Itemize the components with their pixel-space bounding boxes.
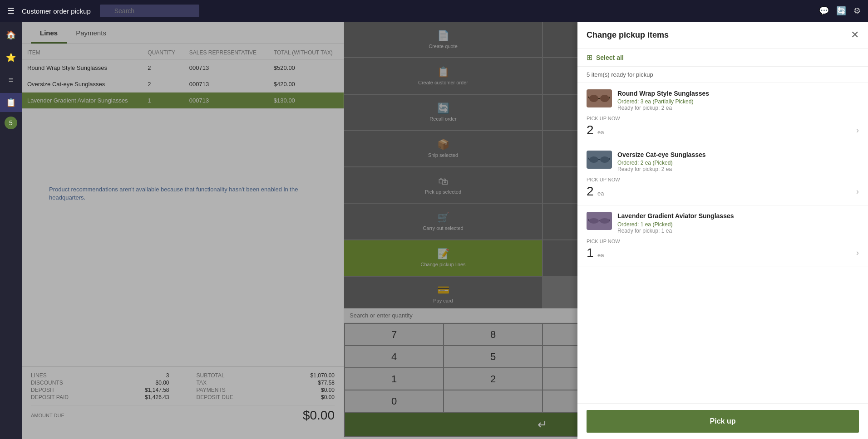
chat-icon[interactable]: 💬 (819, 6, 829, 16)
pick-up-now-label: PICK UP NOW (587, 239, 859, 244)
svg-line-4 (609, 97, 610, 98)
pickup-qty-row: 2 ea › (587, 184, 859, 199)
pickup-count: 5 item(s) ready for pickup (577, 67, 868, 83)
svg-point-10 (589, 218, 599, 224)
pickup-quantity: 2 (587, 123, 594, 137)
pickup-chevron[interactable]: › (856, 248, 859, 258)
main-area: Lines Payments ITEM QUANTITY SALES REPRE… (22, 22, 868, 439)
select-all-label: Select all (596, 54, 624, 61)
menu-icon[interactable]: ☰ (7, 6, 15, 16)
sidebar-item-home[interactable]: 🏠 (0, 25, 22, 44)
svg-line-9 (609, 158, 610, 160)
topbar-icons: 💬 🔄 ⚙ (819, 6, 861, 16)
select-all-icon: ⊞ (587, 53, 592, 62)
pickup-unit: ea (597, 252, 604, 259)
pickup-quantity: 2 (587, 184, 594, 198)
topbar: ☰ Customer order pickup 🔍 💬 🔄 ⚙ (0, 0, 868, 22)
overlay (22, 22, 577, 439)
item-ordered: Ordered: 1 ea (Picked) (617, 221, 859, 228)
svg-line-13 (588, 219, 589, 221)
svg-point-1 (600, 95, 609, 102)
pickup-chevron[interactable]: › (856, 126, 859, 135)
search-input[interactable] (100, 5, 199, 17)
page-title: Customer order pickup (22, 7, 91, 15)
pick-up-now-label: PICK UP NOW (587, 116, 859, 121)
pickup-unit: ea (597, 129, 604, 136)
item-image (587, 212, 612, 230)
pickup-chevron[interactable]: › (856, 187, 859, 196)
pickup-item: Round Wrap Style Sunglasses Ordered: 3 e… (577, 83, 868, 144)
pickup-panel: Change pickup items ✕ ⊞ Select all 5 ite… (577, 22, 868, 439)
pickup-qty-row: 2 ea › (587, 123, 859, 137)
pick-up-now-label: PICK UP NOW (587, 177, 859, 182)
sidebar: 🏠 ⭐ ≡ 📋 5 (0, 22, 22, 439)
item-ready: Ready for pickup: 2 ea (617, 105, 859, 111)
refresh-icon[interactable]: 🔄 (836, 6, 846, 16)
pickup-title: Change pickup items (587, 30, 669, 40)
sidebar-item-orders[interactable]: 📋 (0, 93, 22, 112)
item-name: Lavender Gradient Aviator Sunglasses (617, 212, 859, 220)
svg-line-14 (610, 219, 610, 221)
pickup-item: Lavender Gradient Aviator Sunglasses Ord… (577, 205, 868, 267)
item-name: Round Wrap Style Sunglasses (617, 89, 859, 98)
sidebar-item-favorites[interactable]: ⭐ (0, 48, 22, 67)
svg-line-3 (588, 97, 589, 98)
svg-point-6 (600, 156, 609, 163)
pickup-quantity: 1 (587, 246, 594, 260)
item-image (587, 151, 612, 169)
svg-point-11 (600, 218, 610, 224)
svg-point-5 (589, 156, 598, 163)
item-ordered: Ordered: 3 ea (Partially Picked) (617, 98, 859, 105)
pickup-items: Round Wrap Style Sunglasses Ordered: 3 e… (577, 83, 868, 403)
svg-line-8 (588, 158, 589, 160)
search-wrap: 🔍 (100, 5, 327, 17)
item-name: Oversize Cat-eye Sunglasses (617, 151, 859, 159)
pickup-btn[interactable]: Pick up (587, 410, 859, 433)
pickup-footer: Pick up (577, 403, 868, 439)
pickup-close-btn[interactable]: ✕ (851, 29, 859, 41)
pickup-item: Oversize Cat-eye Sunglasses Ordered: 2 e… (577, 144, 868, 205)
settings-icon[interactable]: ⚙ (853, 6, 861, 16)
pickup-header: Change pickup items ✕ (577, 22, 868, 49)
item-ready: Ready for pickup: 1 ea (617, 228, 859, 234)
item-ordered: Ordered: 2 ea (Picked) (617, 160, 859, 166)
sidebar-item-menu[interactable]: ≡ (0, 71, 22, 89)
pickup-select-all[interactable]: ⊞ Select all (577, 49, 868, 67)
pickup-unit: ea (597, 190, 604, 197)
sidebar-item-badge[interactable]: 5 (5, 117, 17, 129)
item-image (587, 89, 612, 107)
pickup-qty-row: 1 ea › (587, 246, 859, 260)
item-ready: Ready for pickup: 2 ea (617, 166, 859, 172)
svg-point-0 (589, 95, 598, 102)
